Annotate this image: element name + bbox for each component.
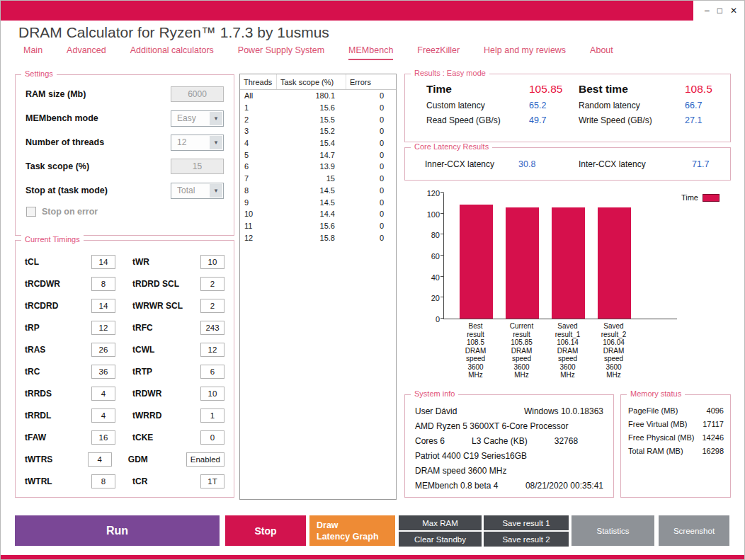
timing-input-trrds[interactable]: 4 bbox=[91, 387, 115, 401]
y-axis-tick-label: 60 bbox=[416, 252, 440, 261]
timing-row-twtrl: tWTRL8tCR1T bbox=[16, 470, 234, 492]
errors-cell: 0 bbox=[346, 91, 396, 100]
screenshot-button[interactable]: Screenshot bbox=[659, 515, 729, 546]
timing-input-gdm[interactable]: Enabled bbox=[186, 452, 224, 467]
threads-row: 7150 bbox=[240, 173, 396, 185]
thread-id-cell: 8 bbox=[240, 186, 277, 195]
timing-input-twrwr-scl[interactable]: 2 bbox=[200, 299, 224, 313]
timing-label-tcke: tCKE bbox=[132, 433, 193, 442]
timing-input-twtrs[interactable]: 4 bbox=[88, 452, 112, 467]
timing-label-twtrs: tWTRS bbox=[25, 455, 86, 464]
settings-row-stop-at-task-mode: Stop at (task mode)Total▾ bbox=[16, 178, 234, 202]
thread-id-cell: All bbox=[240, 91, 277, 100]
stop-button[interactable]: Stop bbox=[225, 515, 306, 546]
timing-label-tras: tRAS bbox=[25, 345, 89, 355]
clear-standby-button[interactable]: Clear Standby bbox=[399, 532, 482, 547]
timing-input-trtp[interactable]: 6 bbox=[200, 365, 224, 379]
thread-id-cell: 3 bbox=[240, 127, 277, 135]
timing-input-trdrd-scl[interactable]: 2 bbox=[200, 277, 224, 291]
memory-status-label: Total RAM (MB) bbox=[628, 445, 683, 458]
settings-row-membench-mode: MEMbench modeEasy▾ bbox=[16, 106, 234, 130]
system-info-row: MEMbench 0.8 beta 408/21/2020 00:35:41 bbox=[415, 479, 603, 493]
settings-label-number-of-threads: Number of threads bbox=[25, 137, 104, 147]
thread-id-cell: 4 bbox=[240, 139, 277, 147]
threads-table: Threads Task scope (%) Errors All180.101… bbox=[239, 74, 397, 500]
system-info-rows: User DávidWindows 10.0.18363AMD Ryzen 5 … bbox=[405, 395, 613, 493]
settings-panel-title: Settings bbox=[21, 69, 57, 78]
memory-status-value: 14246 bbox=[702, 431, 724, 445]
timing-label-twrrd: tWRRD bbox=[132, 411, 193, 421]
column-header-task-scope[interactable]: Task scope (%) bbox=[277, 74, 346, 89]
column-header-threads[interactable]: Threads bbox=[240, 74, 277, 89]
timing-label-trrdl: tRRDL bbox=[25, 411, 89, 421]
timing-input-tcl[interactable]: 14 bbox=[91, 255, 115, 269]
thread-id-cell: 1 bbox=[240, 103, 277, 112]
timing-input-tcke[interactable]: 0 bbox=[200, 430, 224, 445]
run-button[interactable]: Run bbox=[15, 515, 220, 546]
timing-input-twr[interactable]: 10 bbox=[200, 255, 224, 269]
chevron-down-icon: ▾ bbox=[210, 136, 222, 149]
y-axis-tick-label: 40 bbox=[416, 273, 440, 282]
menu-item-additional-calculators[interactable]: Additional calculators bbox=[130, 45, 214, 60]
maximize-button[interactable]: □ bbox=[717, 6, 722, 15]
system-info-value: 32768 bbox=[555, 434, 578, 449]
thread-id-cell: 5 bbox=[240, 151, 277, 159]
threads-row: 1115.60 bbox=[240, 220, 396, 232]
settings-label-task-scope: Task scope (%) bbox=[25, 161, 89, 171]
menu-item-membench[interactable]: MEMbench bbox=[348, 45, 393, 60]
timing-input-trrdl[interactable]: 4 bbox=[91, 408, 115, 423]
draw-latency-graph-line2: Latency Graph bbox=[317, 531, 379, 542]
settings-select-stop-at-task-mode[interactable]: Total▾ bbox=[171, 183, 224, 199]
task-scope-cell: 14.7 bbox=[277, 151, 346, 159]
system-info-value: Windows 10.0.18363 bbox=[524, 404, 603, 419]
timing-label-tcl: tCL bbox=[25, 257, 89, 267]
select-value-number-of-threads: 12 bbox=[177, 137, 186, 147]
timing-input-tras[interactable]: 26 bbox=[91, 343, 115, 357]
menu-item-power-supply-system[interactable]: Power Supply System bbox=[238, 45, 324, 60]
system-info-title: System info bbox=[411, 389, 458, 398]
max-ram-button[interactable]: Max RAM bbox=[399, 515, 482, 530]
menu-item-freezkiller[interactable]: FreezKiller bbox=[417, 45, 460, 60]
timing-input-tcr[interactable]: 1T bbox=[200, 474, 224, 488]
results-panel-title: Results : Easy mode bbox=[411, 69, 489, 77]
close-button[interactable]: ✕ bbox=[730, 6, 737, 15]
settings-input-task-scope[interactable]: 15 bbox=[171, 159, 224, 174]
task-scope-cell: 180.1 bbox=[277, 91, 346, 100]
timing-input-trdwr[interactable]: 10 bbox=[200, 387, 224, 401]
stop-on-error-checkbox[interactable] bbox=[26, 207, 36, 217]
settings-select-number-of-threads[interactable]: 12▾ bbox=[171, 135, 224, 151]
menu-item-help-and-my-reviews[interactable]: Help and my reviews bbox=[484, 45, 566, 60]
threads-row: 814.50 bbox=[240, 185, 396, 197]
statistics-button[interactable]: Statistics bbox=[571, 515, 654, 546]
timing-input-trp[interactable]: 12 bbox=[91, 321, 115, 335]
task-scope-cell: 13.9 bbox=[277, 162, 346, 171]
timing-input-trfc[interactable]: 243 bbox=[200, 321, 224, 335]
timing-input-trcdwr[interactable]: 8 bbox=[91, 277, 115, 291]
timing-input-trc[interactable]: 36 bbox=[91, 365, 115, 379]
timing-input-tfaw[interactable]: 16 bbox=[91, 430, 115, 445]
timing-input-trcdrd[interactable]: 14 bbox=[91, 299, 115, 313]
save-result-1-button[interactable]: Save result 1 bbox=[484, 515, 569, 530]
settings-label-ram-size-mb: RAM size (Mb) bbox=[25, 89, 86, 99]
menu-item-main[interactable]: Main bbox=[23, 45, 42, 60]
settings-select-membench-mode[interactable]: Easy▾ bbox=[171, 110, 224, 127]
settings-input-ram-size-mb[interactable]: 6000 bbox=[171, 86, 224, 102]
task-scope-cell: 15.2 bbox=[277, 127, 346, 135]
menu-item-advanced[interactable]: Advanced bbox=[67, 45, 106, 60]
timing-label-tcwl: tCWL bbox=[132, 345, 193, 355]
minimize-button[interactable]: – bbox=[705, 6, 710, 15]
draw-latency-graph-button[interactable]: Draw Latency Graph bbox=[309, 515, 395, 546]
threads-row: 1014.40 bbox=[240, 208, 396, 220]
system-info-value: DRAM speed 3600 MHz bbox=[415, 464, 506, 479]
write-speed-label: Write Speed (GB/s) bbox=[579, 115, 685, 125]
inter-ccx-value: 71.7 bbox=[692, 159, 730, 169]
timing-input-tcwl[interactable]: 12 bbox=[200, 343, 224, 357]
menu-item-about[interactable]: About bbox=[590, 45, 613, 60]
column-header-errors[interactable]: Errors bbox=[346, 74, 396, 89]
save-result-2-button[interactable]: Save result 2 bbox=[484, 532, 569, 547]
system-info-panel: System info User DávidWindows 10.0.18363… bbox=[404, 394, 614, 498]
timing-row-tcl: tCL14tWR10 bbox=[16, 251, 234, 273]
errors-cell: 0 bbox=[346, 198, 396, 207]
timing-input-twtrl[interactable]: 8 bbox=[91, 474, 115, 488]
timing-input-twrrd[interactable]: 1 bbox=[200, 408, 224, 423]
